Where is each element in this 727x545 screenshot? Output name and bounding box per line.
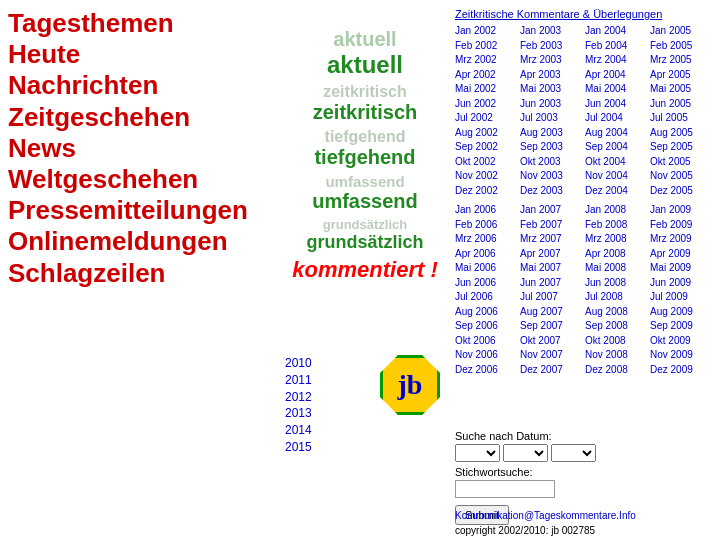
archive-link[interactable]: Okt 2006	[455, 334, 520, 349]
archive-link[interactable]: Apr 2004	[585, 68, 650, 83]
archive-link[interactable]: Dez 2009	[650, 363, 715, 378]
archive-link[interactable]: Apr 2002	[455, 68, 520, 83]
archive-link[interactable]: Mai 2009	[650, 261, 715, 276]
archive-link[interactable]: Feb 2004	[585, 39, 650, 54]
archive-link[interactable]: Apr 2008	[585, 247, 650, 262]
archive-link[interactable]: Jun 2008	[585, 276, 650, 291]
archive-link[interactable]: Feb 2007	[520, 218, 585, 233]
nav-item-weltgeschehen[interactable]: Weltgeschehen	[8, 164, 278, 195]
archive-link[interactable]: Apr 2003	[520, 68, 585, 83]
archive-link[interactable]: Sep 2006	[455, 319, 520, 334]
archive-link[interactable]: Okt 2003	[520, 155, 585, 170]
archive-link[interactable]: Feb 2002	[455, 39, 520, 54]
year-link-2012[interactable]: 2012	[285, 389, 365, 406]
archive-link[interactable]: Mai 2006	[455, 261, 520, 276]
archive-link[interactable]: Jul 2008	[585, 290, 650, 305]
year-link-2015[interactable]: 2015	[285, 439, 365, 456]
nav-item-news[interactable]: News	[8, 133, 278, 164]
archive-link[interactable]: Apr 2009	[650, 247, 715, 262]
archive-link[interactable]: Mrz 2002	[455, 53, 520, 68]
nav-item-schlagzeilen[interactable]: Schlagzeilen	[8, 258, 278, 289]
archive-link[interactable]: Nov 2007	[520, 348, 585, 363]
archive-link[interactable]: Feb 2008	[585, 218, 650, 233]
nav-item-tagesthemen[interactable]: Tagesthemen	[8, 8, 278, 39]
archive-link[interactable]: Aug 2002	[455, 126, 520, 141]
archive-link[interactable]: Jan 2004	[585, 24, 650, 39]
archive-link[interactable]: Sep 2007	[520, 319, 585, 334]
archive-link[interactable]: Nov 2009	[650, 348, 715, 363]
archive-link[interactable]: Mai 2007	[520, 261, 585, 276]
archive-link[interactable]: Nov 2008	[585, 348, 650, 363]
archive-link[interactable]: Sep 2004	[585, 140, 650, 155]
archive-link[interactable]: Jan 2007	[520, 203, 585, 218]
archive-link[interactable]: Apr 2007	[520, 247, 585, 262]
archive-link[interactable]: Mrz 2008	[585, 232, 650, 247]
archive-link[interactable]: Dez 2003	[520, 184, 585, 199]
archive-link[interactable]: Jan 2003	[520, 24, 585, 39]
archive-link[interactable]: Mrz 2003	[520, 53, 585, 68]
archive-link[interactable]: Feb 2009	[650, 218, 715, 233]
date-select-year[interactable]	[551, 444, 596, 462]
archive-link[interactable]: Feb 2003	[520, 39, 585, 54]
archive-link[interactable]: Aug 2007	[520, 305, 585, 320]
footer-email[interactable]: Kommunikation@Tageskommentare.Info	[455, 510, 725, 521]
archive-link[interactable]: Dez 2008	[585, 363, 650, 378]
archive-link[interactable]: Aug 2005	[650, 126, 715, 141]
archive-link[interactable]: Okt 2009	[650, 334, 715, 349]
nav-item-onlinemeldungen[interactable]: Onlinemeldungen	[8, 226, 278, 257]
archive-link[interactable]: Mrz 2006	[455, 232, 520, 247]
archive-link[interactable]: Jan 2008	[585, 203, 650, 218]
archive-link[interactable]: Aug 2006	[455, 305, 520, 320]
keyword-search-input[interactable]	[455, 480, 555, 498]
archive-link[interactable]: Jun 2006	[455, 276, 520, 291]
archive-link[interactable]: Jan 2006	[455, 203, 520, 218]
nav-item-pressemitteilungen[interactable]: Pressemitteilungen	[8, 195, 278, 226]
archive-link[interactable]: Okt 2007	[520, 334, 585, 349]
year-link-2010[interactable]: 2010	[285, 355, 365, 372]
archive-link[interactable]: Dez 2007	[520, 363, 585, 378]
archive-link[interactable]: Feb 2005	[650, 39, 715, 54]
archive-link[interactable]: Jun 2005	[650, 97, 715, 112]
archive-link[interactable]: Jun 2009	[650, 276, 715, 291]
archive-link[interactable]: Jul 2005	[650, 111, 715, 126]
archive-link[interactable]: Mai 2005	[650, 82, 715, 97]
archive-link[interactable]: Sep 2009	[650, 319, 715, 334]
archive-link[interactable]: Jul 2009	[650, 290, 715, 305]
archive-link[interactable]: Sep 2008	[585, 319, 650, 334]
archive-link[interactable]: Nov 2003	[520, 169, 585, 184]
logo-octagon[interactable]: jb	[380, 355, 440, 415]
archive-link[interactable]: Mai 2008	[585, 261, 650, 276]
archive-link[interactable]: Aug 2003	[520, 126, 585, 141]
archive-link[interactable]: Mrz 2007	[520, 232, 585, 247]
archive-link[interactable]: Mrz 2005	[650, 53, 715, 68]
archive-link[interactable]: Okt 2002	[455, 155, 520, 170]
archive-link[interactable]: Feb 2006	[455, 218, 520, 233]
archive-link[interactable]: Jun 2007	[520, 276, 585, 291]
nav-item-zeitgeschehen[interactable]: Zeitgeschehen	[8, 102, 278, 133]
archive-link[interactable]: Sep 2002	[455, 140, 520, 155]
archive-link[interactable]: Nov 2004	[585, 169, 650, 184]
year-link-2011[interactable]: 2011	[285, 372, 365, 389]
archive-link[interactable]: Jun 2002	[455, 97, 520, 112]
archive-link[interactable]: Aug 2004	[585, 126, 650, 141]
archive-link[interactable]: Mai 2004	[585, 82, 650, 97]
archive-link[interactable]: Sep 2005	[650, 140, 715, 155]
archive-link[interactable]: Dez 2006	[455, 363, 520, 378]
archive-link[interactable]: Jan 2002	[455, 24, 520, 39]
archive-link[interactable]: Jul 2007	[520, 290, 585, 305]
archive-link[interactable]: Aug 2009	[650, 305, 715, 320]
archive-link[interactable]: Mrz 2009	[650, 232, 715, 247]
archive-link[interactable]: Apr 2006	[455, 247, 520, 262]
date-select-month[interactable]	[503, 444, 548, 462]
archive-link[interactable]: Jul 2006	[455, 290, 520, 305]
archive-link[interactable]: Jul 2003	[520, 111, 585, 126]
archive-link[interactable]: Jan 2005	[650, 24, 715, 39]
date-select-day[interactable]	[455, 444, 500, 462]
archive-link[interactable]: Sep 2003	[520, 140, 585, 155]
nav-item-nachrichten[interactable]: Nachrichten	[8, 70, 278, 101]
archive-link[interactable]: Dez 2002	[455, 184, 520, 199]
archive-link[interactable]: Jul 2004	[585, 111, 650, 126]
archive-link[interactable]: Mai 2002	[455, 82, 520, 97]
archive-link[interactable]: Apr 2005	[650, 68, 715, 83]
archive-link[interactable]: Mrz 2004	[585, 53, 650, 68]
